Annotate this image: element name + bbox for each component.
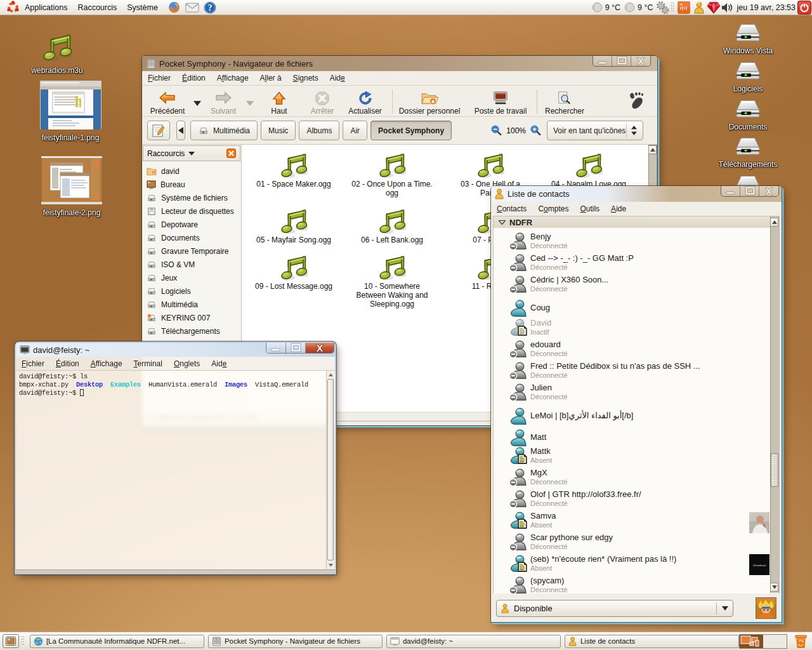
svg-text:(Soudure): (Soudure) xyxy=(753,564,766,567)
svg-text:?: ? xyxy=(207,3,212,12)
